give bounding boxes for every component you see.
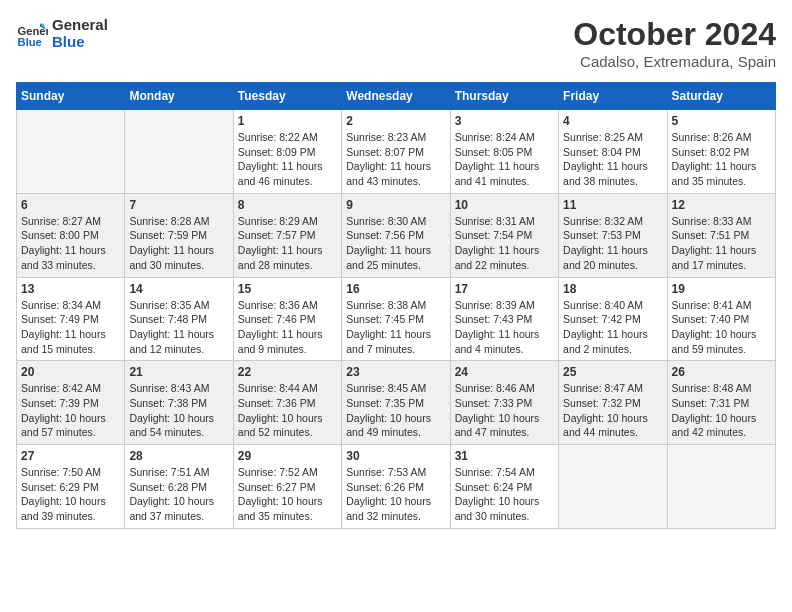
day-info: Sunrise: 8:23 AMSunset: 8:07 PMDaylight:…: [346, 130, 445, 189]
calendar-cell: 5Sunrise: 8:26 AMSunset: 8:02 PMDaylight…: [667, 110, 775, 194]
day-number: 17: [455, 282, 554, 296]
day-info: Sunrise: 8:33 AMSunset: 7:51 PMDaylight:…: [672, 214, 771, 273]
day-info: Sunrise: 8:27 AMSunset: 8:00 PMDaylight:…: [21, 214, 120, 273]
calendar-cell: 12Sunrise: 8:33 AMSunset: 7:51 PMDayligh…: [667, 193, 775, 277]
calendar-table: SundayMondayTuesdayWednesdayThursdayFrid…: [16, 82, 776, 529]
calendar-week-row: 27Sunrise: 7:50 AMSunset: 6:29 PMDayligh…: [17, 445, 776, 529]
calendar-cell: [17, 110, 125, 194]
calendar-cell: 6Sunrise: 8:27 AMSunset: 8:00 PMDaylight…: [17, 193, 125, 277]
calendar-cell: 8Sunrise: 8:29 AMSunset: 7:57 PMDaylight…: [233, 193, 341, 277]
calendar-cell: 31Sunrise: 7:54 AMSunset: 6:24 PMDayligh…: [450, 445, 558, 529]
day-info: Sunrise: 8:35 AMSunset: 7:48 PMDaylight:…: [129, 298, 228, 357]
header-monday: Monday: [125, 83, 233, 110]
day-number: 22: [238, 365, 337, 379]
day-number: 11: [563, 198, 662, 212]
day-info: Sunrise: 8:41 AMSunset: 7:40 PMDaylight:…: [672, 298, 771, 357]
day-number: 10: [455, 198, 554, 212]
day-number: 18: [563, 282, 662, 296]
day-number: 15: [238, 282, 337, 296]
day-info: Sunrise: 8:28 AMSunset: 7:59 PMDaylight:…: [129, 214, 228, 273]
calendar-week-row: 13Sunrise: 8:34 AMSunset: 7:49 PMDayligh…: [17, 277, 776, 361]
calendar-header-row: SundayMondayTuesdayWednesdayThursdayFrid…: [17, 83, 776, 110]
day-info: Sunrise: 8:22 AMSunset: 8:09 PMDaylight:…: [238, 130, 337, 189]
day-number: 24: [455, 365, 554, 379]
day-info: Sunrise: 8:30 AMSunset: 7:56 PMDaylight:…: [346, 214, 445, 273]
calendar-cell: 19Sunrise: 8:41 AMSunset: 7:40 PMDayligh…: [667, 277, 775, 361]
day-info: Sunrise: 7:50 AMSunset: 6:29 PMDaylight:…: [21, 465, 120, 524]
calendar-cell: 28Sunrise: 7:51 AMSunset: 6:28 PMDayligh…: [125, 445, 233, 529]
day-info: Sunrise: 8:25 AMSunset: 8:04 PMDaylight:…: [563, 130, 662, 189]
calendar-cell: 2Sunrise: 8:23 AMSunset: 8:07 PMDaylight…: [342, 110, 450, 194]
logo-general: General: [52, 16, 108, 33]
calendar-cell: 30Sunrise: 7:53 AMSunset: 6:26 PMDayligh…: [342, 445, 450, 529]
day-number: 25: [563, 365, 662, 379]
day-number: 21: [129, 365, 228, 379]
calendar-cell: 16Sunrise: 8:38 AMSunset: 7:45 PMDayligh…: [342, 277, 450, 361]
day-number: 5: [672, 114, 771, 128]
day-number: 14: [129, 282, 228, 296]
day-info: Sunrise: 8:32 AMSunset: 7:53 PMDaylight:…: [563, 214, 662, 273]
day-info: Sunrise: 8:47 AMSunset: 7:32 PMDaylight:…: [563, 381, 662, 440]
calendar-week-row: 6Sunrise: 8:27 AMSunset: 8:00 PMDaylight…: [17, 193, 776, 277]
calendar-cell: 23Sunrise: 8:45 AMSunset: 7:35 PMDayligh…: [342, 361, 450, 445]
header-tuesday: Tuesday: [233, 83, 341, 110]
header-saturday: Saturday: [667, 83, 775, 110]
day-number: 29: [238, 449, 337, 463]
calendar-cell: 10Sunrise: 8:31 AMSunset: 7:54 PMDayligh…: [450, 193, 558, 277]
day-info: Sunrise: 8:26 AMSunset: 8:02 PMDaylight:…: [672, 130, 771, 189]
day-number: 13: [21, 282, 120, 296]
calendar-cell: 13Sunrise: 8:34 AMSunset: 7:49 PMDayligh…: [17, 277, 125, 361]
day-number: 19: [672, 282, 771, 296]
calendar-cell: 15Sunrise: 8:36 AMSunset: 7:46 PMDayligh…: [233, 277, 341, 361]
day-number: 16: [346, 282, 445, 296]
day-number: 20: [21, 365, 120, 379]
title-block: October 2024 Cadalso, Extremadura, Spain: [573, 16, 776, 70]
day-info: Sunrise: 8:40 AMSunset: 7:42 PMDaylight:…: [563, 298, 662, 357]
header-wednesday: Wednesday: [342, 83, 450, 110]
day-number: 4: [563, 114, 662, 128]
day-info: Sunrise: 8:43 AMSunset: 7:38 PMDaylight:…: [129, 381, 228, 440]
day-info: Sunrise: 7:51 AMSunset: 6:28 PMDaylight:…: [129, 465, 228, 524]
calendar-week-row: 1Sunrise: 8:22 AMSunset: 8:09 PMDaylight…: [17, 110, 776, 194]
calendar-cell: 27Sunrise: 7:50 AMSunset: 6:29 PMDayligh…: [17, 445, 125, 529]
calendar-cell: [559, 445, 667, 529]
calendar-cell: [667, 445, 775, 529]
header-friday: Friday: [559, 83, 667, 110]
day-number: 30: [346, 449, 445, 463]
day-number: 31: [455, 449, 554, 463]
day-info: Sunrise: 8:42 AMSunset: 7:39 PMDaylight:…: [21, 381, 120, 440]
day-number: 7: [129, 198, 228, 212]
calendar-week-row: 20Sunrise: 8:42 AMSunset: 7:39 PMDayligh…: [17, 361, 776, 445]
day-info: Sunrise: 8:29 AMSunset: 7:57 PMDaylight:…: [238, 214, 337, 273]
calendar-cell: 11Sunrise: 8:32 AMSunset: 7:53 PMDayligh…: [559, 193, 667, 277]
day-info: Sunrise: 8:31 AMSunset: 7:54 PMDaylight:…: [455, 214, 554, 273]
logo-icon: General Blue: [16, 17, 48, 49]
month-title: October 2024: [573, 16, 776, 53]
calendar-cell: 18Sunrise: 8:40 AMSunset: 7:42 PMDayligh…: [559, 277, 667, 361]
calendar-cell: 1Sunrise: 8:22 AMSunset: 8:09 PMDaylight…: [233, 110, 341, 194]
logo-blue: Blue: [52, 33, 108, 50]
day-info: Sunrise: 8:36 AMSunset: 7:46 PMDaylight:…: [238, 298, 337, 357]
day-number: 2: [346, 114, 445, 128]
day-number: 8: [238, 198, 337, 212]
calendar-cell: 22Sunrise: 8:44 AMSunset: 7:36 PMDayligh…: [233, 361, 341, 445]
day-number: 28: [129, 449, 228, 463]
calendar-cell: 29Sunrise: 7:52 AMSunset: 6:27 PMDayligh…: [233, 445, 341, 529]
day-number: 1: [238, 114, 337, 128]
day-info: Sunrise: 7:54 AMSunset: 6:24 PMDaylight:…: [455, 465, 554, 524]
location: Cadalso, Extremadura, Spain: [573, 53, 776, 70]
calendar-cell: 7Sunrise: 8:28 AMSunset: 7:59 PMDaylight…: [125, 193, 233, 277]
calendar-cell: 3Sunrise: 8:24 AMSunset: 8:05 PMDaylight…: [450, 110, 558, 194]
day-number: 12: [672, 198, 771, 212]
calendar-cell: 4Sunrise: 8:25 AMSunset: 8:04 PMDaylight…: [559, 110, 667, 194]
svg-text:Blue: Blue: [18, 36, 42, 48]
day-info: Sunrise: 8:38 AMSunset: 7:45 PMDaylight:…: [346, 298, 445, 357]
calendar-cell: 14Sunrise: 8:35 AMSunset: 7:48 PMDayligh…: [125, 277, 233, 361]
calendar-cell: 25Sunrise: 8:47 AMSunset: 7:32 PMDayligh…: [559, 361, 667, 445]
day-number: 26: [672, 365, 771, 379]
calendar-cell: 24Sunrise: 8:46 AMSunset: 7:33 PMDayligh…: [450, 361, 558, 445]
day-info: Sunrise: 8:34 AMSunset: 7:49 PMDaylight:…: [21, 298, 120, 357]
day-info: Sunrise: 8:44 AMSunset: 7:36 PMDaylight:…: [238, 381, 337, 440]
day-info: Sunrise: 7:53 AMSunset: 6:26 PMDaylight:…: [346, 465, 445, 524]
page-header: General Blue General Blue October 2024 C…: [16, 16, 776, 70]
